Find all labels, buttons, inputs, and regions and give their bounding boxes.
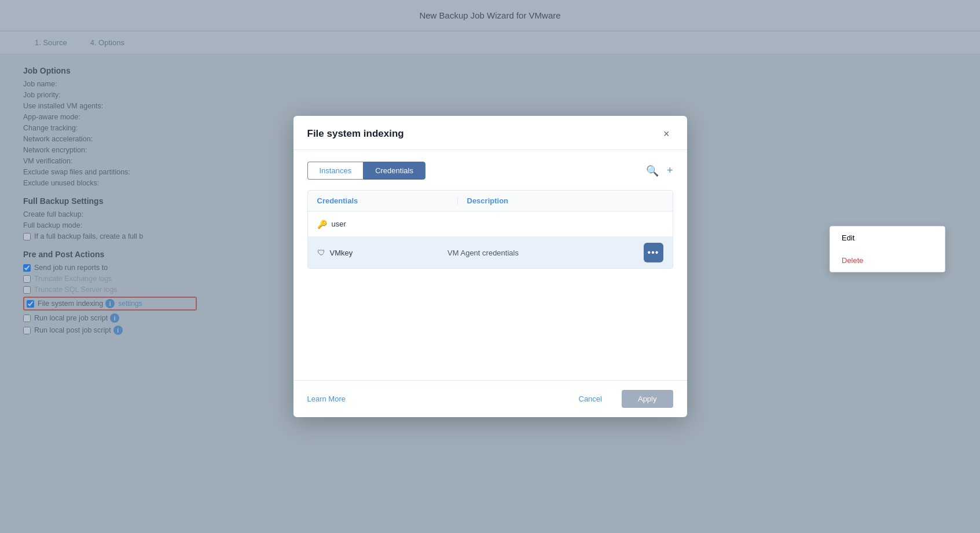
cred-name-vmkey: 🛡 VMkey (317, 248, 448, 257)
context-menu-delete[interactable]: Delete (830, 249, 945, 272)
tab-bar: Instances Credentials 🔍 + (307, 162, 673, 180)
modal-close-button[interactable]: × (660, 127, 673, 140)
table-row[interactable]: 🔑 user (308, 211, 673, 237)
more-options-button[interactable]: ••• (644, 243, 663, 262)
tab-credentials[interactable]: Credentials (363, 162, 425, 180)
col-credentials: Credentials (317, 196, 448, 205)
credentials-table-area: Credentials Description 🔑 user (307, 190, 673, 352)
modal-backdrop: File system indexing × Instances Credent… (0, 0, 980, 533)
cancel-button[interactable]: Cancel (565, 390, 616, 408)
col-separator (457, 196, 458, 205)
footer-actions: Cancel Apply (565, 390, 673, 408)
modal-dialog: File system indexing × Instances Credent… (293, 116, 687, 417)
cred-name-user: 🔑 user (317, 220, 456, 229)
col-description: Description (467, 196, 663, 205)
cred-label-vmkey: VMkey (330, 249, 353, 257)
shield-icon: 🛡 (317, 248, 325, 257)
cred-label-user: user (332, 220, 346, 228)
table-header: Credentials Description (308, 191, 673, 211)
tab-instances[interactable]: Instances (307, 162, 364, 180)
modal-header: File system indexing × (293, 116, 687, 150)
context-menu: Edit Delete (829, 226, 945, 272)
tab-actions: 🔍 + (646, 165, 673, 177)
cred-desc-vmkey: VM Agent credentials (447, 249, 643, 257)
apply-button[interactable]: Apply (622, 390, 673, 408)
modal-footer: Learn More Cancel Apply (293, 380, 687, 417)
modal-title: File system indexing (307, 128, 404, 140)
key-icon: 🔑 (317, 220, 327, 229)
modal-body: Instances Credentials 🔍 + Credentials De… (293, 150, 687, 380)
table-row[interactable]: 🛡 VMkey VM Agent credentials ••• (308, 237, 673, 268)
add-icon[interactable]: + (667, 165, 673, 177)
credentials-table: Credentials Description 🔑 user (307, 190, 673, 269)
learn-more-link[interactable]: Learn More (307, 395, 346, 403)
search-icon[interactable]: 🔍 (646, 165, 659, 177)
context-menu-edit[interactable]: Edit (830, 227, 945, 249)
